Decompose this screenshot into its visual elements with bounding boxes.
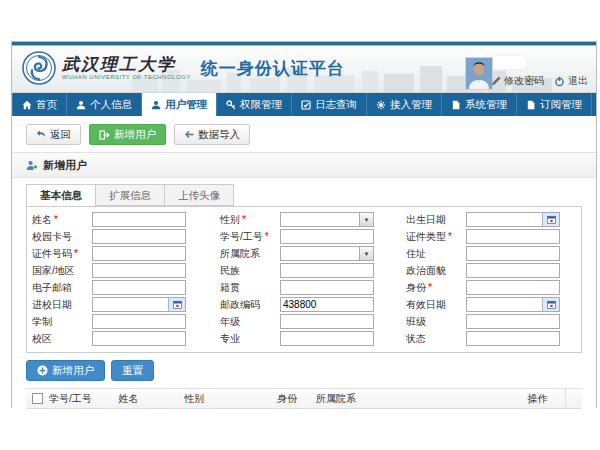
field-label: 国家/地区 — [32, 264, 92, 278]
tab-3[interactable]: 上传头像 — [165, 184, 234, 206]
required-asterisk: * — [242, 214, 246, 225]
text-input[interactable] — [281, 315, 373, 328]
panel-title: 新增用户 — [43, 158, 87, 173]
change-password-link[interactable]: 修改密码 — [491, 74, 544, 88]
date-input[interactable] — [467, 213, 542, 226]
form-field: 国家/地区 — [32, 263, 220, 278]
panel-header: 新增用户 — [12, 153, 596, 178]
field-label: 电子邮箱 — [32, 281, 92, 295]
app-window: 武汉理工大学 WUHAN UNIVERSITY OF TECHNOLOGY 统一… — [11, 41, 597, 408]
required-asterisk: * — [74, 248, 78, 259]
add-user-toolbar-button[interactable]: 新增用户 — [89, 124, 166, 145]
field-label: 校园卡号 — [32, 230, 92, 244]
date-field — [92, 297, 186, 312]
column-header-3: 性别 — [181, 392, 274, 406]
reset-button[interactable]: 重置 — [111, 360, 154, 381]
text-field — [466, 263, 560, 278]
power-icon — [554, 76, 565, 87]
field-label: 有效日期 — [406, 298, 466, 312]
header: 武汉理工大学 WUHAN UNIVERSITY OF TECHNOLOGY 统一… — [12, 46, 596, 93]
date-field — [466, 212, 560, 227]
date-input[interactable] — [93, 298, 168, 311]
form-field: 班级 — [406, 314, 596, 329]
text-input[interactable] — [93, 332, 185, 345]
change-password-label: 修改密码 — [504, 74, 544, 88]
column-header-2: 姓名 — [115, 392, 181, 406]
date-input[interactable] — [467, 298, 542, 311]
text-input[interactable] — [467, 315, 559, 328]
text-input[interactable] — [467, 281, 559, 294]
form-field: 政治面貌 — [406, 263, 596, 278]
calendar-icon[interactable] — [542, 298, 559, 311]
form-field: 学制 — [32, 314, 220, 329]
text-input[interactable] — [281, 332, 373, 345]
form-field: 籍贯 — [220, 280, 406, 295]
field-label: 证件类型* — [406, 230, 466, 244]
field-label: 证件号码* — [32, 247, 92, 261]
text-input[interactable] — [281, 230, 373, 243]
text-input[interactable] — [281, 264, 373, 277]
nav-item-2[interactable]: 个人信息 — [67, 93, 142, 116]
calendar-icon[interactable] — [168, 298, 185, 311]
text-input[interactable] — [93, 315, 185, 328]
text-field — [92, 314, 186, 329]
select-all-checkbox[interactable] — [32, 393, 43, 404]
nav-item-5[interactable]: 日志查询 — [292, 93, 367, 116]
field-label: 班级 — [406, 315, 466, 329]
text-input[interactable] — [467, 230, 559, 243]
back-button[interactable]: 返回 — [26, 124, 81, 145]
form-actions: 新增用户 重置 — [26, 360, 596, 381]
select-input[interactable] — [281, 213, 359, 226]
text-input[interactable] — [467, 264, 559, 277]
field-label: 学制 — [32, 315, 92, 329]
data-import-button[interactable]: 数据导入 — [174, 124, 250, 145]
required-asterisk: * — [265, 231, 269, 242]
text-input[interactable] — [93, 247, 185, 260]
nav-item-label: 日志查询 — [315, 98, 357, 112]
text-input[interactable] — [93, 264, 185, 277]
form-field: 所属院系▼ — [220, 246, 406, 261]
submit-add-user-button[interactable]: 新增用户 — [26, 360, 105, 381]
nav-item-7[interactable]: 系统管理 — [442, 93, 517, 116]
text-input[interactable] — [281, 298, 373, 311]
tab-2[interactable]: 扩展信息 — [96, 184, 165, 206]
select-input[interactable] — [281, 247, 359, 260]
text-input[interactable] — [93, 230, 185, 243]
user-icon — [151, 100, 161, 110]
chevron-down-icon[interactable]: ▼ — [359, 213, 373, 226]
form-field: 身份* — [406, 280, 596, 295]
add-user-toolbar-label: 新增用户 — [114, 128, 156, 142]
nav-item-8[interactable]: 订阅管理 — [517, 93, 592, 116]
logout-link[interactable]: 退出 — [554, 74, 588, 88]
form-field: 状态 — [406, 331, 596, 346]
nav-item-6[interactable]: 接入管理 — [367, 93, 442, 116]
tab-1[interactable]: 基本信息 — [26, 184, 96, 206]
text-field — [466, 229, 560, 244]
field-label: 年级 — [220, 315, 280, 329]
calendar-icon[interactable] — [542, 213, 559, 226]
text-field — [92, 212, 186, 227]
column-header-1: 学号/工号 — [46, 392, 115, 406]
document-icon — [451, 100, 461, 110]
text-input[interactable] — [93, 213, 185, 226]
nav-item-3[interactable]: 用户管理 — [142, 93, 217, 116]
field-label: 进校日期 — [32, 298, 92, 312]
submit-add-user-label: 新增用户 — [52, 364, 94, 378]
text-input[interactable] — [467, 247, 559, 260]
field-label: 住址 — [406, 247, 466, 261]
text-input[interactable] — [281, 281, 373, 294]
text-input[interactable] — [467, 332, 559, 345]
column-header-5: 所属院系 — [313, 392, 524, 406]
form-field: 进校日期 — [32, 297, 220, 312]
chevron-down-icon[interactable]: ▼ — [359, 247, 373, 260]
nav-item-1[interactable]: 首页 — [12, 93, 67, 116]
nav-item-label: 订阅管理 — [540, 98, 582, 112]
text-field — [466, 314, 560, 329]
column-header-4: 身份 — [274, 392, 313, 406]
text-input[interactable] — [93, 281, 185, 294]
text-field — [92, 280, 186, 295]
text-field — [466, 331, 560, 346]
select-field: ▼ — [280, 246, 374, 261]
nav-item-4[interactable]: 权限管理 — [217, 93, 292, 116]
user-add-icon — [26, 160, 38, 171]
